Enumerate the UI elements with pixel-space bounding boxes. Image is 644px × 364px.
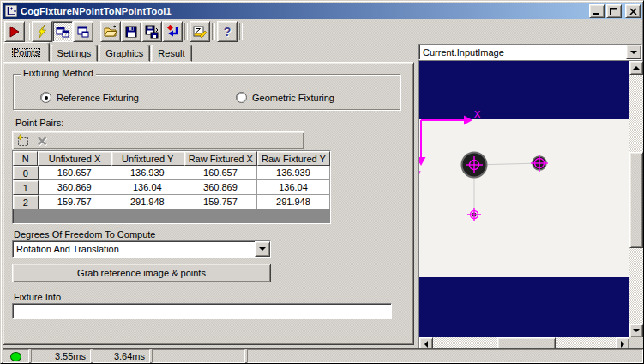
column-header[interactable]: Raw Fixtured Y bbox=[257, 151, 330, 166]
table-cell[interactable]: 291.948 bbox=[257, 195, 330, 209]
scroll-up-button[interactable] bbox=[629, 61, 643, 75]
minimize-button[interactable] bbox=[589, 4, 605, 18]
red-diamond-arrow-icon bbox=[166, 25, 179, 39]
point-pairs-toolbar bbox=[12, 131, 304, 149]
main-toolbar: ? ? bbox=[4, 21, 244, 41]
radio-label: Geometric Fixturing bbox=[252, 93, 334, 103]
grab-reference-button-label: Grab reference image & points bbox=[77, 268, 206, 278]
title-bar[interactable]: CogFixtureNPointToNPointTool1 bbox=[3, 3, 642, 19]
floating-window-icon bbox=[76, 25, 90, 39]
table-cell[interactable]: 159.757 bbox=[39, 195, 111, 209]
table-cell[interactable]: 159.757 bbox=[184, 195, 257, 209]
maximize-button[interactable] bbox=[606, 4, 622, 18]
dof-dropdown-button[interactable] bbox=[255, 241, 270, 257]
image-display-panel: X y bbox=[418, 60, 642, 350]
open-folder-icon bbox=[104, 25, 117, 39]
tab-label: Settings bbox=[57, 48, 92, 58]
arrow-right-icon bbox=[621, 341, 624, 348]
tool-window: CogFixtureNPointToNPointTool1 ? ? Points… bbox=[0, 0, 644, 364]
add-point-icon bbox=[16, 134, 30, 148]
toolbar-separator bbox=[239, 23, 243, 40]
tab-points[interactable]: Points bbox=[3, 42, 50, 62]
column-header[interactable]: Unfixtured X bbox=[38, 151, 111, 166]
table-cell[interactable]: 136.939 bbox=[257, 166, 330, 180]
radio-geometric-fixturing[interactable]: Geometric Fixturing bbox=[236, 92, 334, 103]
delete-point-button[interactable] bbox=[36, 135, 48, 147]
save-button[interactable] bbox=[121, 21, 141, 42]
status-ok-icon bbox=[10, 352, 21, 361]
status-bar: 3.55ms 3.64ms bbox=[3, 349, 643, 363]
floppy-icon bbox=[124, 25, 138, 39]
tab-label: Result bbox=[158, 48, 184, 58]
statusbar-divider bbox=[3, 348, 643, 349]
points-tab-page: Fixturing Method Reference Fixturing Geo… bbox=[3, 62, 414, 345]
trigger-button[interactable] bbox=[32, 21, 52, 42]
fixture-info-input[interactable] bbox=[13, 304, 391, 318]
table-cell[interactable]: 136.04 bbox=[111, 180, 184, 195]
help-button[interactable]: ? bbox=[217, 21, 238, 42]
run-button[interactable] bbox=[4, 21, 25, 42]
tab-settings[interactable]: Settings bbox=[51, 45, 99, 62]
tab-graphics[interactable]: Graphics bbox=[99, 45, 150, 62]
edit-tool-button[interactable] bbox=[190, 21, 210, 42]
toolbar-separator bbox=[27, 23, 30, 40]
table-row[interactable]: 1 360.869 136.04 360.869 136.04 bbox=[13, 180, 330, 195]
status-panel-empty bbox=[247, 349, 643, 363]
table-cell[interactable]: 160.657 bbox=[39, 166, 111, 180]
arrow-up-icon bbox=[633, 66, 640, 70]
run-time-panel: 3.55ms bbox=[31, 349, 91, 363]
open-button[interactable] bbox=[100, 21, 121, 42]
radio-icon bbox=[236, 92, 247, 103]
column-header[interactable]: N bbox=[13, 151, 38, 166]
window-title: CogFixtureNPointToNPointTool1 bbox=[21, 6, 172, 16]
axis-x-label: X bbox=[474, 109, 481, 119]
play-icon bbox=[8, 25, 21, 39]
image-source-dropdown-button[interactable] bbox=[626, 45, 641, 59]
table-cell[interactable]: 136.939 bbox=[111, 166, 184, 180]
radio-icon bbox=[40, 92, 51, 103]
table-row[interactable]: 0 160.657 136.939 160.657 136.939 bbox=[13, 166, 330, 180]
save-as-button[interactable] bbox=[141, 21, 162, 42]
row-header-cell: 0 bbox=[13, 166, 39, 180]
fixture-tool-icon bbox=[5, 5, 17, 17]
table-cell[interactable]: 360.869 bbox=[39, 180, 111, 195]
table-cell[interactable]: 360.869 bbox=[184, 180, 257, 195]
total-time-panel: 3.64ms bbox=[93, 349, 150, 363]
chevron-down-icon bbox=[259, 247, 266, 251]
dof-combobox[interactable]: Rotation And Translation bbox=[12, 240, 271, 258]
tab-result[interactable]: Result bbox=[151, 45, 191, 62]
toolbar-separator bbox=[212, 23, 215, 40]
float-window-button[interactable] bbox=[73, 21, 93, 42]
tab-label: Points bbox=[9, 46, 43, 59]
radio-reference-fixturing[interactable]: Reference Fixturing bbox=[40, 92, 139, 103]
status-panel-empty bbox=[152, 349, 245, 363]
load-image-button[interactable] bbox=[162, 21, 183, 42]
delete-point-icon bbox=[36, 135, 48, 147]
column-header[interactable]: Unfixtured Y bbox=[111, 151, 184, 166]
dof-selected-value: Rotation And Translation bbox=[16, 244, 255, 254]
table-cell[interactable]: 160.657 bbox=[184, 166, 257, 180]
point-pairs-table[interactable]: N Unfixtured X Unfixtured Y Raw Fixtured… bbox=[12, 150, 331, 224]
point-pairs-label: Point Pairs: bbox=[15, 118, 63, 128]
grab-reference-button[interactable]: Grab reference image & points bbox=[12, 264, 271, 282]
toolbar-gap bbox=[93, 22, 100, 41]
toolbar-separator bbox=[184, 23, 188, 40]
chevron-down-icon bbox=[630, 51, 637, 54]
table-row[interactable]: 2 159.757 291.948 159.757 291.948 bbox=[13, 195, 330, 209]
add-point-button[interactable] bbox=[16, 134, 30, 148]
scroll-down-button[interactable] bbox=[629, 324, 643, 337]
image-source-combobox[interactable]: Current.InputImage bbox=[418, 44, 642, 60]
groupbox-legend: Fixturing Method bbox=[21, 68, 96, 78]
lightning-icon bbox=[35, 25, 49, 39]
table-cell[interactable]: 136.04 bbox=[257, 180, 330, 195]
show-image-panes-button[interactable]: ? bbox=[52, 21, 73, 42]
close-button[interactable] bbox=[625, 4, 641, 18]
vertical-scrollbar[interactable] bbox=[629, 61, 643, 337]
arrow-down-icon bbox=[633, 329, 640, 332]
image-display-viewport[interactable]: X y bbox=[419, 61, 629, 337]
image-source-selected-value: Current.InputImage bbox=[423, 47, 626, 58]
fixturing-method-groupbox: Fixturing Method Reference Fixturing Geo… bbox=[13, 74, 400, 110]
column-header[interactable]: Raw Fixtured X bbox=[184, 151, 257, 166]
table-cell[interactable]: 291.948 bbox=[111, 195, 184, 209]
vertical-scroll-thumb[interactable] bbox=[629, 152, 643, 248]
